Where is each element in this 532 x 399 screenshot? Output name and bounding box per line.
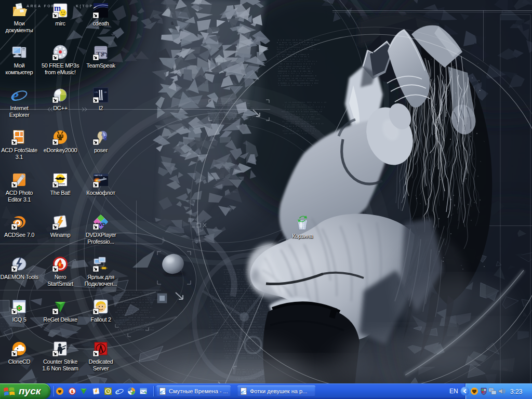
svg-text:1 00 1 0 0 1 0 1: 1 00 1 0 0 1 0 1 xyxy=(1,328,22,330)
svg-text:BATTLE: BATTLE xyxy=(95,174,102,177)
svg-text:0 1 111 0 1 100000 1 01 0: 0 1 111 0 1 100000 1 01 0 01 xyxy=(118,326,154,328)
svg-text:1 0100110 111 00011 0: 1 0100110 111 00011 0 01 1 xyxy=(278,84,312,86)
svg-text:00 1001110111100 1 0 100 1: 00 1001110111100 1 0 100 11 0 xyxy=(280,60,317,62)
svg-text:10 0 1111 10 0 100 00011 10: 10 0 1111 10 0 100 00011 10 11 xyxy=(284,109,323,111)
svg-text:1 00 000010 110 0 1 01011: 1 00 000010 110 0 1 01011000 xyxy=(284,118,320,120)
svg-text:0 1 0111 11 1010 1 0 0 00: 0 1 0111 11 1010 1 0 0 00 011 xyxy=(277,42,315,44)
svg-text:0 011100 10010111 01011 0 0: 0 011100 10010111 01011 0 0 0 0 xyxy=(285,106,325,108)
svg-text:e: e xyxy=(115,387,119,395)
svg-text:11 11001 0101 1 00 1 11 0: 11 11001 0101 1 00 1 11 0 1111 000 1 101… xyxy=(211,308,276,310)
svg-text:1 01 0 10 011 11111 0: 1 01 0 10 011 11111 0 01 xyxy=(284,128,315,130)
svg-text:100 0 0 1 011 1 0 1 1 1100: 100 0 0 1 011 1 0 1 1 1100 xyxy=(278,72,312,74)
svg-text:0001 1 100 1 111 11000 01: 0001 1 100 1 111 11000 011 0 00 xyxy=(209,102,250,104)
svg-text:101 0 11 1 011 101 001: 101 0 11 1 011 101 001 11 1 xyxy=(210,114,245,116)
svg-text:0 1 01 1 000 00 1 10 01 1: 0 1 01 1 000 00 1 10 01 1 xyxy=(277,56,310,58)
svg-text:1 00 1 00 0 11 1111 0 0 1: 1 00 1 00 0 11 1111 0 0 1 0 1 xyxy=(277,63,315,65)
svg-text:0 1 11 010 1 1 1 010: 0 1 11 010 1 1 1 0101 01 11 xyxy=(211,100,247,102)
svg-text:1 1 1 01 101 1 11 1 01: 1 1 1 01 101 1 11 1 01 xyxy=(224,278,252,280)
svg-text:01 1 11 11101 011100 01 000: 01 1 11 11101 011100 01 000 001 xyxy=(278,79,319,82)
svg-text:0 1011010001 010111 111 00 1: 0 1011010001 010111 111 00 11 xyxy=(115,294,153,296)
svg-text:0 11 01 0 1001110 0111 100: 0 11 01 0 1001110 0111 1000 00 1 xyxy=(211,116,253,118)
svg-text:111010 1 00 11 1 10 0111: 111010 1 00 11 1 10 0111 00 000 0010 1 0… xyxy=(211,331,270,334)
svg-text:11 1 1 0 0 1 111 1 100 1: 11 1 1 0 0 1 111 1 100 1 01 xyxy=(285,113,320,115)
svg-text:1 10 00111 01 01 1 010 11: 1 10 00111 01 01 1 010 11 1 1 xyxy=(212,112,250,114)
svg-text:11 11 0101010011 0001 10 11 1: 11 11 0101010011 0001 10 11 1 10 xyxy=(285,101,326,103)
svg-text:1 0 0100011 1 1 10 001 1: 1 0 0100011 1 1 10 001 1 1 00 0 xyxy=(211,118,251,121)
svg-text:01 101 10 01101 1 0 0: 01 101 10 01101 1 0 0 00 1 100 xyxy=(211,105,250,107)
svg-text:0 1 101 0 0 1 001000 0 11: 0 1 101 0 0 1 001000 0 11011 xyxy=(118,329,154,331)
svg-text:11 101 11 0101 1 011: 11 101 11 0101 1 0111 0 xyxy=(282,121,312,123)
svg-text:011 011111 0 1 0 1111 001001 1: 011 011111 0 1 0 1111 001001 10 xyxy=(282,111,322,113)
svg-text:LIN: LIN xyxy=(95,91,98,94)
svg-text:01 10 101 10 00 11 11 001100: 01 10 101 10 00 11 11 001100 xyxy=(278,77,315,79)
svg-text:011 1 0 0 11 1 1 1 1 101 100: 011 1 0 0 11 1 1 1 1 101 100 0 11 xyxy=(277,48,320,50)
svg-text:0 0 11 1 1 11 10111 10: 0 0 11 1 1 11 10111 10 1111000 1 0 0 11 … xyxy=(210,303,268,305)
svg-text:1 0 01000 1 1 101 00100011: 1 0 01000 1 1 101 0010001101 0 xyxy=(277,75,316,77)
svg-text:010 1 10 0 11 0 1 01 11 0: 010 1 10 0 11 0 1 01 11 0 1 xyxy=(116,291,152,294)
svg-text:110 1 0100 01 1 11: 110 1 0100 01 1 11 xyxy=(0,325,23,327)
svg-text:0 1 0 1111 10 0 111 1 10110: 0 1 0 1111 10 0 111 1 10110 0110 xyxy=(278,39,320,41)
svg-text:110 01101 1 1 1 10 1 1: 110 01101 1 1 1 10 1 10 xyxy=(284,132,314,135)
svg-text:0 01 1 0 11 11011 1 11 1: 0 01 1 0 11 11011 1 11 1 10 011 00100 01… xyxy=(209,326,267,328)
svg-text:11101 01 11000 01 1 0 000: 11101 01 11000 01 1 0 000 xyxy=(282,116,315,118)
svg-text:1 101 1 0101111011 00 1 00 01: 1 101 1 0101111011 00 1 00 01 000111 xyxy=(211,107,258,109)
svg-text:0 10111 1 1 0 1 1011 1 11: 0 10111 1 1 0 1 1011 1 111001 0 101 111 … xyxy=(210,305,275,308)
svg-text:1 1011 00101 110 0 00101110: 1 1011 00101 110 0 001011101111000 11 0 … xyxy=(210,313,274,315)
svg-text:5: 5 xyxy=(104,136,107,141)
svg-text:1001110 1 1 01 1 0 101: 1001110 1 1 01 1 0 101 00 1 xyxy=(278,70,313,72)
svg-text:0 0 111 1 01 001111 0 00 00: 0 0 111 1 01 001111 0 00 00 0 11 0 0 100… xyxy=(210,300,273,302)
svg-text:1111 1 111 01 1 0111 11 1: 1111 1 111 01 1 0111 11 11 101 011 100 xyxy=(209,321,259,323)
svg-text:GE: GE xyxy=(104,91,107,94)
svg-text:1 1 1 01 1 00 1 11100: 1 1 1 01 1 00 1 111001 xyxy=(223,276,252,278)
svg-text:1 01001 1 1 0011 10101011 1: 1 01001 1 1 0011 10101011 1 011 xyxy=(278,82,318,84)
svg-text:1 10 010 1100 0 1 1 1 000: 1 10 010 1100 0 1 1 1 0000 1 xyxy=(115,324,152,326)
svg-text:111 101 101 1011 11 110 0 1 1: 111 101 101 1011 11 110 0 1 11 xyxy=(285,123,324,125)
svg-text:11011 1101 0 1 101 0 0 00: 11011 1101 0 1 101 0 0 00 0 1101101 0100 xyxy=(210,298,263,300)
svg-text:1 10 101 0 01 1 01100: 1 10 101 0 01 1 01100 101 xyxy=(278,68,311,70)
svg-text:1 1 11 000100 1 011 11 0: 1 1 11 000100 1 011 11 0 xyxy=(283,104,314,106)
svg-text:11 1 00 0 0 01 1 111: 11 1 00 0 0 01 1 111 111 xyxy=(277,58,308,60)
svg-text:00 1 01 0 0 1 11 0 0 010: 00 1 01 0 0 1 11 0 0 0101 xyxy=(283,125,315,127)
svg-text:01101 1 1 100 0 1000 1 0 0: 01101 1 1 100 0 1000 1 0 0 11 xyxy=(283,130,321,132)
svg-text:111 1 0011 1110110 01 1: 111 1 0011 1110110 01 1 1 xyxy=(278,65,311,68)
